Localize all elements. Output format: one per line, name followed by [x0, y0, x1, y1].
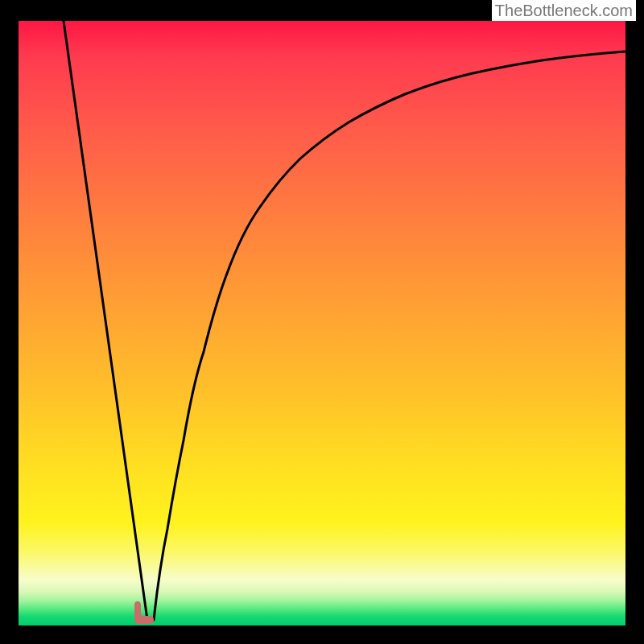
attribution-text: TheBottleneck.com: [492, 0, 636, 21]
plot-area: [19, 21, 625, 625]
left-line: [64, 21, 147, 620]
chart-frame: TheBottleneck.com: [0, 0, 644, 644]
chart-curves: [19, 21, 625, 625]
right-curve: [154, 52, 625, 620]
